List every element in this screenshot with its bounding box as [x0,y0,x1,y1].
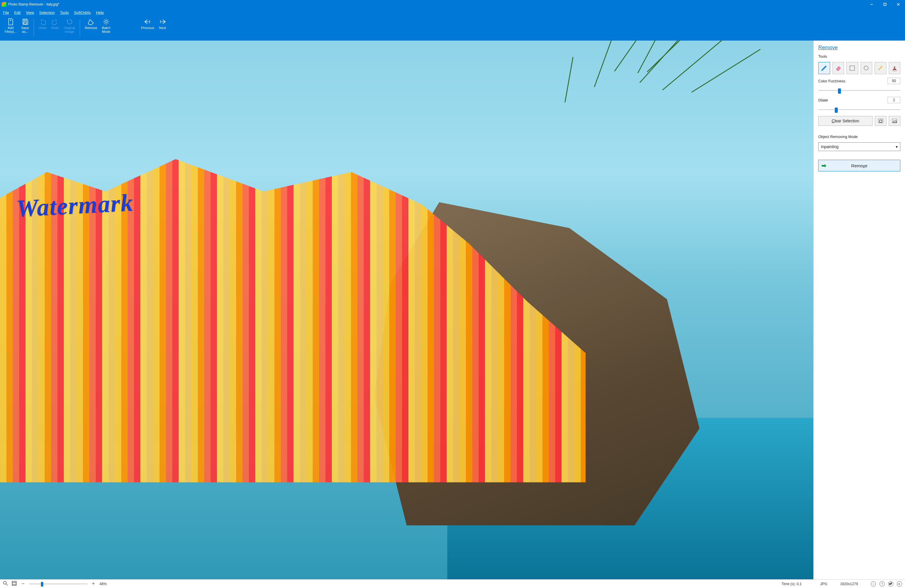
twitter-icon[interactable] [888,581,893,586]
dilate-label: Dilate [818,98,828,102]
toolbar-separator [33,19,34,36]
zoom-actual-icon[interactable] [3,581,8,587]
menu-selection[interactable]: Selection [39,10,54,15]
time-label: Time (s): 0.1 [781,582,802,586]
fit-screen-icon[interactable] [12,581,17,587]
object-mode-dropdown[interactable]: Inpainting ▾ [818,143,900,151]
redo-icon [51,18,59,25]
clone-stamp-tool[interactable] [889,62,901,74]
main-area: Watermark Remove Tools [0,41,905,579]
app-window: Photo Stamp Remover - italy.jpg* File Ed… [0,0,905,588]
svg-rect-11 [893,69,896,70]
svg-line-17 [6,584,8,585]
panel-remove-button[interactable]: ➡ Remove [818,160,900,171]
svg-point-13 [892,70,897,71]
batch-mode-button[interactable]: Batch Mode [100,17,113,34]
svg-point-9 [825,66,826,67]
arrow-right-icon: ➡ [821,162,826,169]
next-button[interactable]: Next [156,17,168,30]
dimensions-label: 1920x1279 [840,582,858,586]
zoom-in-button[interactable]: + [91,581,96,587]
menu-tools[interactable]: Tools [60,10,69,15]
zoom-percent: 48% [100,582,107,586]
previous-button[interactable]: Previous [139,17,157,30]
save-icon [21,18,29,25]
svg-point-8 [105,21,107,23]
clear-selection-button[interactable]: Clear Selection [818,116,873,126]
color-fuzziness-value[interactable]: 50 [888,78,900,84]
statusbar: − + 48% Time (s): 0.1 JPG 1920x1279 i f … [0,579,905,588]
menubar: File Edit View Selection Tools SoftOrbit… [0,9,905,16]
menu-file[interactable]: File [3,10,9,15]
zoom-slider[interactable] [29,581,87,587]
window-controls [865,0,905,9]
close-button[interactable] [892,0,905,9]
side-panel: Remove Tools [813,41,905,579]
menu-softorbits[interactable]: SoftOrbits [74,10,91,15]
remove-button[interactable]: Remove [83,17,100,30]
youtube-icon[interactable]: ▸ [897,581,902,586]
canvas-area[interactable]: Watermark [0,41,813,579]
svg-rect-1 [884,3,886,5]
svg-rect-7 [24,22,27,24]
image-canvas[interactable]: Watermark [0,41,813,579]
eraser-icon [87,18,95,25]
svg-rect-12 [894,67,895,69]
undo-icon [39,18,46,25]
svg-point-16 [3,581,6,584]
format-label: JPG [820,582,827,586]
menu-help[interactable]: Help [96,10,104,15]
svg-rect-10 [850,66,854,70]
menu-edit[interactable]: Edit [14,10,21,15]
dilate-slider[interactable] [818,107,900,113]
original-image-button[interactable]: Original Image [62,17,78,34]
tool-tile-row [818,62,900,74]
lasso-tool[interactable] [861,62,873,74]
color-fuzziness-slider[interactable] [818,87,900,94]
redo-button[interactable]: Redo [49,17,62,30]
load-selection-button[interactable] [889,116,900,126]
object-mode-label: Object Removing Mode [818,135,900,139]
tools-label: Tools [818,54,900,59]
gear-icon [102,18,110,25]
panel-title: Remove [818,44,900,51]
minimize-button[interactable] [865,0,878,9]
svg-rect-6 [24,19,26,21]
maximize-button[interactable] [878,0,892,9]
toolbar-separator [80,19,80,36]
zoom-out-button[interactable]: − [20,581,26,587]
revert-icon [66,18,73,25]
marker-tool[interactable] [818,62,830,74]
color-fuzziness-label: Color Fuzziness [818,79,845,83]
facebook-icon[interactable]: f [880,581,885,586]
dilate-value[interactable]: 2 [888,97,900,103]
arrow-right-icon [159,18,166,25]
menu-view[interactable]: View [26,10,34,15]
window-title: Photo Stamp Remover - italy.jpg* [8,2,865,6]
magic-wand-tool[interactable] [875,62,886,74]
eraser-tool[interactable] [832,62,845,74]
chevron-down-icon: ▾ [896,144,898,149]
svg-rect-18 [12,581,16,585]
arrow-left-icon [144,18,151,25]
titlebar: Photo Stamp Remover - italy.jpg* [0,0,905,9]
toolbar: Add File(s)... Save as... Undo Redo Orig… [0,16,905,41]
save-as-button[interactable]: Save as... [19,17,31,34]
save-selection-button[interactable] [875,116,886,126]
file-add-icon [7,18,14,25]
object-mode-value: Inpainting [821,144,838,149]
info-icon[interactable]: i [871,581,876,586]
rectangle-select-tool[interactable] [846,62,858,74]
add-files-button[interactable]: Add File(s)... [2,17,19,34]
undo-button[interactable]: Undo [36,17,49,30]
app-icon [2,2,6,7]
